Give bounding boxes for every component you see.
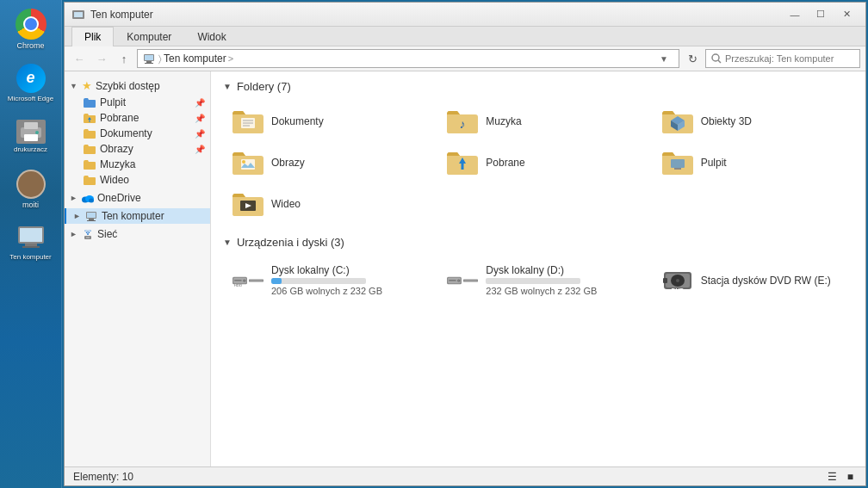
folder-muzyka-label: Muzyka [486,115,521,127]
title-bar-left: Ten komputer [71,8,153,22]
search-box[interactable] [705,49,860,68]
address-field[interactable]: 〉 Ten komputer > ▼ [137,49,679,68]
sidebar-item-wideo[interactable]: Wideo [65,172,210,188]
drive-item-e[interactable]: DVD Stacja dysków DVD RW (E:) [656,261,853,300]
sidebar-dokumenty-label: Dokumenty [100,127,152,139]
folder-blue-icon [84,97,96,108]
drive-d-info: Dysk lokalny (D:) 232 GB wolnych z 232 G… [486,264,597,296]
folder-docs-large-icon [232,108,264,134]
folder-wideo-label: Wideo [271,198,301,210]
close-button[interactable]: ✕ [834,5,859,24]
drive-d-size: 232 GB wolnych z 232 GB [486,286,597,296]
hdd-c-icon: HDD [232,267,264,294]
folders-section-header: ▼ Foldery (7) [223,80,853,93]
chevron-down-icon: ▼ [70,82,78,90]
drives-section-label: Urządzenia i dyski (3) [237,236,344,249]
svg-point-14 [712,54,719,61]
svg-point-35 [242,160,245,164]
sidebar-muzyka-label: Muzyka [100,158,135,170]
sidebar-obrazy-label: Obrazy [100,143,133,155]
folder-3d-large-icon [661,108,694,134]
refresh-button[interactable]: ↻ [683,49,702,68]
drives-chevron-icon[interactable]: ▼ [223,238,232,247]
sidebar-header-onedrive[interactable]: ► OneDrive [65,189,210,207]
search-input[interactable] [725,53,854,64]
drive-e-name: Stacja dysków DVD RW (E:) [701,275,831,287]
folder-item-obrazy[interactable]: Obrazy [226,146,424,179]
svg-rect-9 [74,12,83,17]
svg-rect-6 [25,244,37,246]
onedrive-icon [82,194,94,203]
chevron-right-icon: ► [70,194,78,202]
folder-music-large-icon: ♪ [446,108,479,134]
folder-item-obiekty3d[interactable]: Obiekty 3D [656,105,853,138]
sidebar-item-ten-komputer[interactable]: ► Ten komputer [65,208,210,224]
sidebar-header-quick-access[interactable]: ▼ ★ Szybki dostęp [65,77,210,95]
svg-rect-22 [89,219,94,220]
sidebar-pobrane-label: Pobrane [100,112,139,124]
quick-access-label: Szybki dostęp [96,80,160,92]
sidebar-wideo-label: Wideo [100,174,129,186]
svg-rect-5 [20,228,42,242]
siec-label: Sieć [97,228,117,240]
drive-item-c[interactable]: HDD Dysk lokalny (C:) 206 GB wolnych z 2… [226,261,424,300]
taskbar-komputer[interactable]: Ten komputer [5,217,57,269]
taskbar-printer[interactable]: drukurzacz [5,110,57,162]
forward-button[interactable]: → [92,49,111,68]
drive-c-fill [271,278,282,284]
grid-view-button[interactable]: ■ [844,471,857,483]
maximize-button[interactable]: ☐ [809,5,833,24]
computer-nav-icon [85,211,97,221]
user-label: moiti [22,201,39,209]
address-dropdown-button[interactable]: ▼ [660,54,673,64]
hdd-d-icon [446,267,479,294]
tab-plik[interactable]: Plik [71,27,114,46]
tab-komputer[interactable]: Komputer [114,27,184,46]
sidebar-item-obrazy[interactable]: Obrazy 📌 [65,141,210,157]
svg-rect-21 [87,213,96,218]
taskbar-user[interactable]: moiti [5,164,57,215]
folder-item-wideo[interactable]: Wideo [226,188,424,220]
chevron-right-icon-komputer: ► [73,212,81,220]
computer-small-icon [143,53,155,65]
ten-komputer-label: Ten komputer [102,210,164,222]
taskbar-edge[interactable]: e Microsoft Edge [5,57,57,108]
sidebar: ▼ ★ Szybki dostęp Pulpit 📌 Pobrane 📌 Dok… [65,71,211,466]
printer-label: drukurzacz [14,145,47,153]
folder-obiekty3d-label: Obiekty 3D [701,115,752,127]
drive-d-progress [486,278,580,284]
sidebar-header-siec[interactable]: ► Sieć [65,225,210,243]
up-button[interactable]: ↑ [115,49,133,68]
sidebar-item-dokumenty[interactable]: Dokumenty 📌 [65,126,210,141]
drive-e-info: Stacja dysków DVD RW (E:) [701,275,831,287]
folder-obrazy-label: Obrazy [271,157,305,169]
svg-text:♪: ♪ [460,117,466,131]
tab-widok[interactable]: Widok [184,27,239,46]
title-controls: — ☐ ✕ [783,5,859,24]
edge-label: Microsoft Edge [8,95,53,102]
window-title: Ten komputer [90,9,153,21]
taskbar-chrome[interactable]: Chrome [5,3,57,55]
drive-item-d[interactable]: Dysk lokalny (D:) 232 GB wolnych z 232 G… [441,261,638,300]
folders-chevron-icon[interactable]: ▼ [223,82,232,91]
sidebar-item-muzyka[interactable]: Muzyka [65,157,210,172]
folder-item-muzyka[interactable]: ♪ Muzyka [441,105,638,138]
sidebar-item-pulpit[interactable]: Pulpit 📌 [65,95,210,110]
minimize-button[interactable]: — [783,5,807,24]
back-button[interactable]: ← [70,49,89,68]
status-bar: Elementy: 10 ☰ ■ [65,466,865,485]
list-view-button[interactable]: ☰ [824,471,840,483]
folder-item-dokumenty[interactable]: Dokumenty [226,105,424,138]
status-text: Elementy: 10 [73,471,133,483]
folder-item-pulpit[interactable]: Pulpit [656,146,853,179]
svg-rect-45 [234,279,241,281]
bc-item-komputer: Ten komputer [164,53,226,65]
sidebar-pulpit-label: Pulpit [100,96,126,108]
bc-arrow: 〉 [158,53,162,65]
svg-rect-7 [22,246,40,248]
folder-item-pobrane[interactable]: Pobrane [441,146,638,179]
sidebar-item-pobrane[interactable]: Pobrane 📌 [65,110,210,126]
drive-d-name: Dysk lokalny (D:) [486,264,597,276]
svg-rect-53 [449,279,456,281]
svg-point-60 [676,279,679,282]
